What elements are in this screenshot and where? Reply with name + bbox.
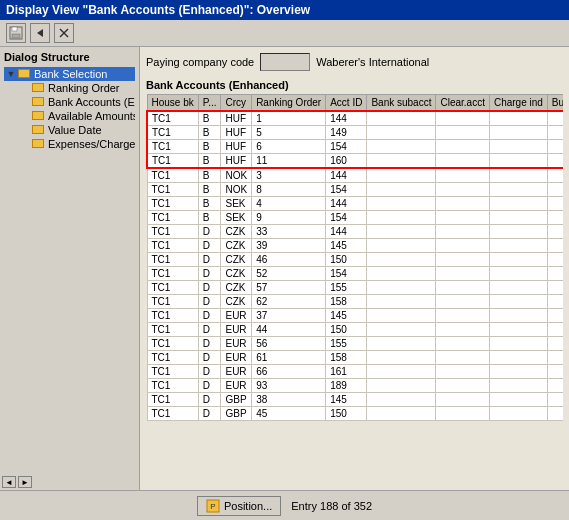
table-row[interactable]: TC1DCZK39145	[147, 239, 563, 253]
toolbar-exit-btn[interactable]	[54, 23, 74, 43]
position-icon: P	[206, 499, 220, 513]
col-busa[interactable]: BusA	[547, 95, 563, 112]
table-row[interactable]: TC1DEUR37145	[147, 309, 563, 323]
table-row[interactable]: TC1DEUR93189	[147, 379, 563, 393]
sidebar-label-bank-selection: Bank Selection	[34, 68, 107, 80]
sidebar-item-value-date[interactable]: Value Date	[4, 123, 135, 137]
left-panel-scroll-right[interactable]: ►	[18, 476, 32, 488]
expand-icon-value-date	[20, 125, 30, 135]
sidebar-item-expenses[interactable]: Expenses/Charges	[4, 137, 135, 151]
folder-icon-ranking	[32, 82, 46, 94]
table-row[interactable]: TC1DEUR66161	[147, 365, 563, 379]
table-title: Bank Accounts (Enhanced)	[146, 79, 563, 91]
col-bank-subacct[interactable]: Bank subacct	[367, 95, 436, 112]
folder-icon-avail	[32, 110, 46, 122]
col-clear-acct[interactable]: Clear.acct	[436, 95, 489, 112]
table-row[interactable]: TC1DCZK33144	[147, 225, 563, 239]
table-row[interactable]: TC1DCZK52154	[147, 267, 563, 281]
col-crcy[interactable]: Crcy	[221, 95, 252, 112]
toolbar-back-btn[interactable]	[30, 23, 50, 43]
expand-icon-avail	[20, 111, 30, 121]
table-row[interactable]: TC1BHUF11160	[147, 154, 563, 169]
folder-icon-bank-accts	[32, 96, 46, 108]
title-bar: Display View "Bank Accounts (Enhanced)":…	[0, 0, 569, 20]
table-row[interactable]: TC1BHUF6154	[147, 140, 563, 154]
table-row[interactable]: TC1BSEK4144	[147, 197, 563, 211]
table-row[interactable]: TC1DCZK62158	[147, 295, 563, 309]
table-row[interactable]: TC1DCZK46150	[147, 253, 563, 267]
sidebar-label-ranking-order: Ranking Order	[48, 82, 120, 94]
table-row[interactable]: TC1DGBP38145	[147, 393, 563, 407]
position-button-label: Position...	[224, 500, 272, 512]
paying-company-row: Paying company code Waberer's Internatio…	[146, 53, 563, 71]
folder-icon-expenses	[32, 138, 46, 150]
right-panel: Paying company code Waberer's Internatio…	[140, 47, 569, 515]
col-charge-ind[interactable]: Charge ind	[489, 95, 547, 112]
svg-text:P: P	[210, 502, 215, 511]
sidebar-label-expenses: Expenses/Charges	[48, 138, 135, 150]
sidebar-label-available-amounts: Available Amounts	[48, 110, 135, 122]
paying-company-code-input[interactable]	[260, 53, 310, 71]
position-button[interactable]: P Position...	[197, 496, 281, 516]
svg-marker-3	[37, 29, 43, 37]
table-section: Bank Accounts (Enhanced) House bk P... C…	[146, 79, 563, 509]
table-row[interactable]: TC1DCZK57155	[147, 281, 563, 295]
main-content: Dialog Structure ▼ Bank Selection Rankin…	[0, 47, 569, 515]
table-row[interactable]: TC1BHUF1144	[147, 111, 563, 126]
expand-icon-ranking	[20, 83, 30, 93]
table-header-row: House bk P... Crcy Ranking Order Acct ID…	[147, 95, 563, 112]
col-ranking-order[interactable]: Ranking Order	[252, 95, 326, 112]
expand-icon: ▼	[6, 69, 16, 79]
left-panel: Dialog Structure ▼ Bank Selection Rankin…	[0, 47, 140, 515]
col-house-bk[interactable]: House bk	[147, 95, 198, 112]
table-row[interactable]: TC1BHUF5149	[147, 126, 563, 140]
table-wrapper[interactable]: House bk P... Crcy Ranking Order Acct ID…	[146, 94, 563, 493]
table-row[interactable]: TC1BNOK8154	[147, 183, 563, 197]
dialog-structure-title: Dialog Structure	[4, 51, 135, 63]
paying-company-name: Waberer's International	[316, 56, 429, 68]
table-row[interactable]: TC1BNOK3144	[147, 168, 563, 183]
table-row[interactable]: TC1DEUR44150	[147, 323, 563, 337]
table-row[interactable]: TC1BSEK9154	[147, 211, 563, 225]
sidebar-item-available-amounts[interactable]: Available Amounts	[4, 109, 135, 123]
sidebar-label-value-date: Value Date	[48, 124, 102, 136]
table-row[interactable]: TC1DEUR56155	[147, 337, 563, 351]
table-row[interactable]: TC1DGBP45150	[147, 407, 563, 421]
toolbar	[0, 20, 569, 47]
bottom-bar: P Position... Entry 188 of 352	[0, 490, 569, 520]
svg-rect-2	[12, 34, 20, 38]
window-title: Display View "Bank Accounts (Enhanced)":…	[6, 3, 310, 17]
sidebar-item-bank-selection[interactable]: ▼ Bank Selection	[4, 67, 135, 81]
col-p[interactable]: P...	[198, 95, 221, 112]
folder-icon-bank-selection	[18, 68, 32, 80]
bank-accounts-table: House bk P... Crcy Ranking Order Acct ID…	[146, 94, 563, 421]
sidebar-item-ranking-order[interactable]: Ranking Order	[4, 81, 135, 95]
col-acct-id[interactable]: Acct ID	[326, 95, 367, 112]
table-row[interactable]: TC1DEUR61158	[147, 351, 563, 365]
expand-icon-bank-accts	[20, 97, 30, 107]
left-panel-scroll-left[interactable]: ◄	[2, 476, 16, 488]
paying-company-label: Paying company code	[146, 56, 254, 68]
entry-count-text: Entry 188 of 352	[291, 500, 372, 512]
expand-icon-expenses	[20, 139, 30, 149]
toolbar-save-btn[interactable]	[6, 23, 26, 43]
sidebar-label-bank-accounts: Bank Accounts (Enha...	[48, 96, 135, 108]
svg-rect-1	[12, 27, 17, 31]
folder-icon-value-date	[32, 124, 46, 136]
sidebar-item-bank-accounts[interactable]: Bank Accounts (Enha...	[4, 95, 135, 109]
